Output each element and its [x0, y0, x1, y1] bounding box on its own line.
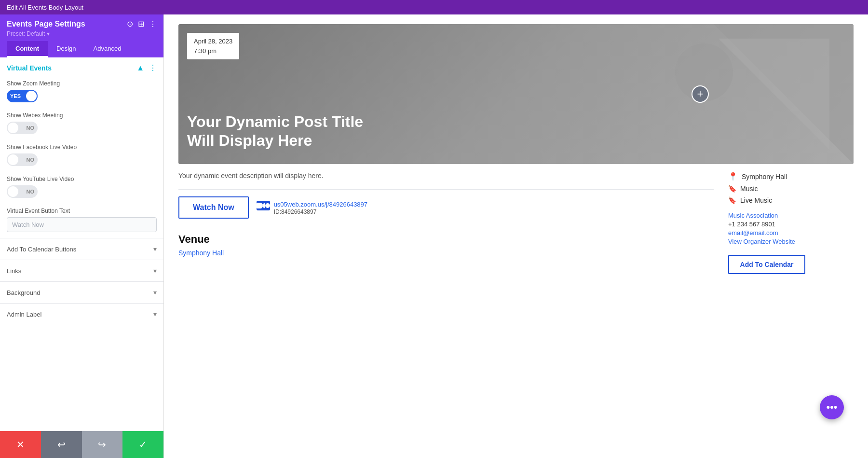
category-music: Music — [740, 185, 758, 193]
tag-icon-2: 🔖 — [728, 196, 736, 204]
section-more-icon[interactable]: ⋮ — [149, 63, 157, 72]
virtual-button-text-input[interactable] — [7, 217, 157, 232]
content-area: April 28, 2023 7:30 pm Your Dynamic Post… — [164, 14, 868, 458]
focus-icon[interactable]: ⊙ — [127, 19, 133, 28]
zoom-meeting-link[interactable]: us05web.zoom.us/j/84926643897 — [274, 201, 367, 208]
tab-advanced[interactable]: Advanced — [85, 41, 130, 57]
organizer-website-link[interactable]: View Organizer Website — [728, 238, 854, 245]
show-zoom-toggle[interactable]: YES — [7, 90, 38, 102]
virtual-events-header: Virtual Events ▲ ⋮ — [0, 57, 163, 76]
tab-content[interactable]: Content — [7, 41, 48, 57]
hero-date-box: April 28, 2023 7:30 pm — [187, 33, 239, 59]
tab-design[interactable]: Design — [48, 41, 84, 57]
venue-name: Symphony Hall — [742, 173, 787, 180]
sidebar-title-icons: ⊙ ⊞ ⋮ — [127, 19, 157, 28]
main-column: Your dynamic event description will disp… — [178, 172, 714, 274]
hero-triangle-2 — [719, 39, 829, 150]
toggle-knob-3 — [8, 154, 18, 165]
more-icon[interactable]: ⋮ — [149, 19, 157, 28]
svg-rect-0 — [257, 203, 262, 208]
category-live-music: Live Music — [740, 196, 772, 204]
add-to-calendar-button[interactable]: Add To Calendar — [728, 255, 805, 274]
chevron-down-icon-links: ▾ — [153, 267, 157, 275]
toggle-no-label-fb: NO — [27, 157, 35, 163]
show-zoom-toggle-row: YES — [7, 90, 157, 102]
links-section: Links ▾ — [0, 260, 163, 281]
event-description: Your dynamic event description will disp… — [178, 172, 714, 180]
admin-label-label: Admin Label — [7, 311, 41, 318]
svg-marker-1 — [262, 203, 265, 208]
top-bar-label: Edit All Events Body Layout — [7, 4, 83, 11]
show-youtube-toggle-row: NO — [7, 185, 157, 198]
toggle-no-label-webex: NO — [27, 125, 35, 131]
show-webex-toggle[interactable]: NO — [7, 122, 38, 134]
toggle-yes-label: YES — [10, 93, 21, 99]
chevron-down-icon-admin: ▾ — [153, 310, 157, 318]
organizer-phone: +1 234 567 8901 — [728, 221, 854, 228]
add-to-calendar-header[interactable]: Add To Calendar Buttons ▾ — [0, 238, 163, 260]
virtual-button-text-label: Virtual Event Button Text — [7, 208, 157, 214]
sidebar-header: Events Page Settings ⊙ ⊞ ⋮ Preset: Defau… — [0, 14, 163, 57]
admin-label-header[interactable]: Admin Label ▾ — [0, 304, 163, 325]
sidebar-title: Events Page Settings — [7, 20, 85, 28]
sidebar-tabs: Content Design Advanced — [7, 41, 157, 57]
category-live-music-item: 🔖 Live Music — [728, 196, 854, 204]
chevron-down-icon-bg: ▾ — [153, 289, 157, 296]
show-youtube-live-field: Show YouTube Live Video NO — [0, 172, 163, 204]
organizer-name-link[interactable]: Music Association — [728, 212, 854, 219]
save-button[interactable]: ✓ — [122, 431, 163, 458]
watch-now-button[interactable]: Watch Now — [178, 196, 249, 219]
hero-date: April 28, 2023 — [194, 37, 232, 46]
zoom-icon — [257, 201, 270, 210]
background-section: Background ▾ — [0, 281, 163, 303]
links-label: Links — [7, 267, 21, 275]
cancel-button[interactable]: ✕ — [0, 431, 41, 458]
category-music-item: 🔖 Music — [728, 185, 854, 193]
section-header-icons: ▲ ⋮ — [136, 63, 157, 72]
venue-info-item: 📍 Symphony Hall — [728, 172, 854, 181]
toggle-knob — [26, 91, 37, 101]
venue-section: Venue Symphony Hall — [178, 233, 714, 257]
add-to-calendar-section: Add To Calendar Buttons ▾ — [0, 238, 163, 260]
two-col-layout: Your dynamic event description will disp… — [178, 172, 854, 274]
sidebar: Events Page Settings ⊙ ⊞ ⋮ Preset: Defau… — [0, 14, 164, 458]
show-facebook-label: Show Facebook Live Video — [7, 144, 157, 151]
chevron-down-icon-calendar: ▾ — [153, 245, 157, 253]
admin-label-section: Admin Label ▾ — [0, 303, 163, 325]
virtual-button-text-field: Virtual Event Button Text — [0, 204, 163, 238]
organizer-email-link[interactable]: email@email.com — [728, 229, 854, 236]
hero-time: 7:30 pm — [194, 46, 232, 56]
sidebar-content: Virtual Events ▲ ⋮ Show Zoom Meeting YES — [0, 57, 163, 431]
show-webex-toggle-row: NO — [7, 122, 157, 134]
hero-add-button[interactable]: + — [692, 85, 709, 103]
toggle-no-label-yt: NO — [27, 189, 35, 194]
grid-icon[interactable]: ⊞ — [138, 19, 144, 28]
side-column: 📍 Symphony Hall 🔖 Music 🔖 Live Music Mus… — [728, 172, 854, 274]
fab-icon: ••• — [826, 401, 837, 414]
show-webex-meeting-field: Show Webex Meeting NO — [0, 108, 163, 140]
zoom-link-group: us05web.zoom.us/j/84926643897 ID:8492664… — [274, 200, 367, 215]
bottom-toolbar: ✕ ↩ ↪ ✓ — [0, 431, 163, 458]
show-youtube-label: Show YouTube Live Video — [7, 176, 157, 182]
toggle-knob-2 — [8, 123, 18, 133]
links-header[interactable]: Links ▾ — [0, 260, 163, 281]
undo-button[interactable]: ↩ — [41, 431, 82, 458]
show-zoom-meeting-field: Show Zoom Meeting YES — [0, 76, 163, 108]
location-icon: 📍 — [728, 172, 738, 181]
watch-row: Watch Now us05web.zoom.us/j/84926643897 … — [178, 189, 714, 219]
show-facebook-toggle[interactable]: NO — [7, 153, 38, 166]
redo-button[interactable]: ↪ — [82, 431, 123, 458]
zoom-info: us05web.zoom.us/j/84926643897 ID:8492664… — [257, 200, 367, 215]
sidebar-preset[interactable]: Preset: Default ▾ — [7, 30, 157, 37]
hero-banner: April 28, 2023 7:30 pm Your Dynamic Post… — [178, 24, 854, 164]
virtual-events-title: Virtual Events — [7, 64, 52, 72]
toggle-knob-4 — [8, 186, 18, 197]
show-zoom-label: Show Zoom Meeting — [7, 80, 157, 87]
background-label: Background — [7, 289, 40, 296]
show-youtube-toggle[interactable]: NO — [7, 185, 38, 198]
organizer-section: Music Association +1 234 567 8901 email@… — [728, 212, 854, 245]
collapse-icon[interactable]: ▲ — [136, 64, 144, 72]
venue-link[interactable]: Symphony Hall — [178, 249, 224, 257]
background-header[interactable]: Background ▾ — [0, 282, 163, 303]
floating-action-button[interactable]: ••• — [820, 395, 844, 419]
